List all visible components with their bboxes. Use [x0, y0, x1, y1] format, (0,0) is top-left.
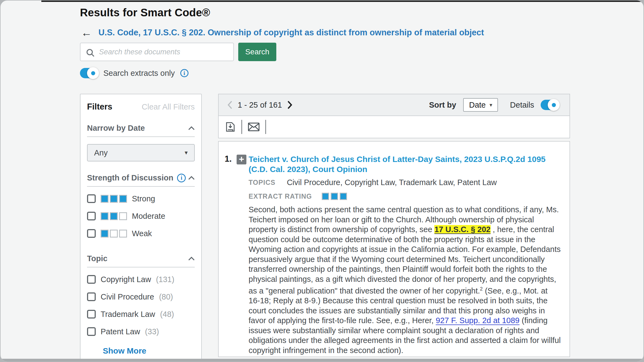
rating-square-empty [110, 230, 118, 238]
filters-title: Filters [87, 102, 112, 112]
sort-value: Date [469, 101, 486, 110]
previous-page-icon[interactable] [227, 101, 233, 109]
section-divider [87, 136, 195, 137]
topics-label: TOPICS [249, 179, 275, 186]
sort-bar: 1 - 25 of 161 Sort by Date ▾ Details [219, 94, 569, 116]
toolbar-divider [242, 120, 242, 134]
narrow-by-date-label: Narrow by Date [87, 124, 145, 133]
results-panel: 1 - 25 of 161 Sort by Date ▾ Details [218, 94, 570, 357]
rating-square-filled [110, 195, 118, 203]
result-item: 1. + Teichert v. Church of Jesus Christ … [225, 154, 561, 357]
results-list-card: 1. + Teichert v. Church of Jesus Christ … [218, 141, 570, 357]
page-title: Results for Smart Code® [80, 7, 210, 19]
toggle-knob [87, 67, 99, 79]
search-extracts-toggle[interactable] [80, 68, 98, 78]
rating-square-filled [119, 195, 127, 203]
topics-row: TOPICS Civil Procedure, Copyright Law, T… [249, 178, 561, 187]
topic-option-label: Copyright Law [101, 275, 151, 284]
details-toggle[interactable] [541, 100, 559, 110]
show-more-link[interactable]: Show More [103, 346, 195, 355]
clear-all-filters-button[interactable]: Clear All Filters [142, 102, 195, 111]
smart-code-results-page: Results for Smart Code® ← U.S. Code, 17 … [0, 0, 644, 362]
footnote-reference: 2 [480, 286, 483, 292]
strong-checkbox[interactable] [87, 194, 96, 203]
next-page-icon[interactable] [287, 101, 293, 109]
topic-option-count: (131) [156, 275, 174, 284]
toggle-knob [548, 99, 560, 111]
extract-rating-squares [322, 193, 347, 200]
citation-link[interactable]: 927 F. Supp. 2d at 1089 [436, 316, 519, 325]
topic-option-count: (48) [160, 310, 174, 319]
pagination-text: 1 - 25 of 161 [238, 101, 282, 110]
document-title-link[interactable]: U.S. Code, 17 U.S.C. § 202. Ownership of… [98, 28, 484, 38]
date-range-value: Any [94, 148, 108, 157]
date-range-select[interactable]: Any ▾ [87, 144, 195, 161]
chevron-up-icon [188, 176, 195, 180]
copyright-law-checkbox[interactable] [87, 275, 96, 284]
strength-option-strong: Strong [87, 193, 195, 204]
strong-label: Strong [132, 194, 155, 203]
info-icon[interactable]: i [177, 174, 186, 182]
email-icon[interactable] [247, 121, 260, 132]
extract-rating-row: EXTRACT RATING [249, 192, 561, 200]
trademark-law-checkbox[interactable] [87, 310, 96, 319]
document-header: ← U.S. Code, 17 U.S.C. § 202. Ownership … [81, 27, 484, 38]
topic-option-count: (80) [159, 292, 173, 301]
strength-squares [101, 195, 127, 203]
strength-squares [101, 212, 127, 220]
result-number: 1. [225, 154, 237, 357]
window-top-edge [41, 1, 643, 2]
search-button[interactable]: Search [238, 43, 276, 61]
chevron-up-icon [188, 257, 195, 261]
result-title-link[interactable]: Teichert v. Church of Jesus Christ of La… [249, 154, 561, 174]
moderate-label: Moderate [132, 212, 165, 221]
expand-plus-icon[interactable]: + [237, 155, 246, 164]
rating-square-filled [101, 212, 109, 220]
filters-panel: Filters Clear All Filters Narrow by Date… [80, 94, 202, 360]
search-icon [85, 48, 95, 58]
topic-option-label: Patent Law [101, 327, 140, 336]
details-label: Details [510, 101, 534, 110]
extracts-toggle-label: Search extracts only [103, 69, 175, 78]
results-controls-card: 1 - 25 of 161 Sort by Date ▾ Details [218, 94, 570, 138]
narrow-by-date-header[interactable]: Narrow by Date [87, 124, 195, 133]
topic-option-patent-law: Patent Law (33) [87, 326, 195, 337]
civil-procedure-checkbox[interactable] [87, 292, 96, 301]
weak-label: Weak [132, 229, 152, 238]
rating-square-filled [101, 230, 109, 238]
sort-by-label: Sort by [429, 101, 456, 110]
moderate-checkbox[interactable] [87, 212, 96, 220]
topics-value: Civil Procedure, Copyright Law, Trademar… [287, 178, 497, 187]
strength-squares [101, 230, 127, 238]
download-icon[interactable] [225, 121, 236, 133]
topic-option-label: Trademark Law [101, 310, 155, 319]
search-input[interactable] [98, 43, 231, 61]
results-toolbar [219, 116, 569, 138]
topic-option-trademark-law: Trademark Law (48) [87, 309, 195, 320]
chevron-up-icon [188, 126, 195, 130]
rating-square-filled [340, 193, 347, 200]
topic-option-copyright-law: Copyright Law (131) [87, 274, 195, 285]
toolbar-divider [265, 120, 266, 134]
sort-select[interactable]: Date ▾ [463, 98, 498, 112]
highlighted-citation-link[interactable]: 17 U.S.C. § 202 [434, 225, 490, 234]
topic-label: Topic [87, 254, 107, 263]
topic-option-label: Civil Procedure [101, 292, 154, 301]
window-bottom-edge [1, 359, 643, 361]
info-icon[interactable]: i [180, 69, 188, 77]
rating-square-filled [110, 212, 118, 220]
patent-law-checkbox[interactable] [87, 327, 96, 336]
search-row: Search [80, 43, 276, 61]
extract-rating-label: EXTRACT RATING [249, 192, 312, 200]
topic-header[interactable]: Topic [87, 254, 195, 263]
caret-down-icon: ▾ [185, 149, 188, 156]
search-box[interactable] [80, 43, 234, 61]
extracts-toggle-row: Search extracts only i [80, 68, 188, 78]
weak-checkbox[interactable] [87, 229, 96, 238]
strength-option-weak: Weak [87, 228, 195, 239]
section-divider [87, 267, 195, 267]
back-arrow-icon[interactable]: ← [81, 27, 92, 38]
strength-of-discussion-header[interactable]: Strength of Discussion i [87, 173, 195, 182]
topic-option-civil-procedure: Civil Procedure (80) [87, 291, 195, 302]
rating-square-empty [119, 230, 127, 238]
